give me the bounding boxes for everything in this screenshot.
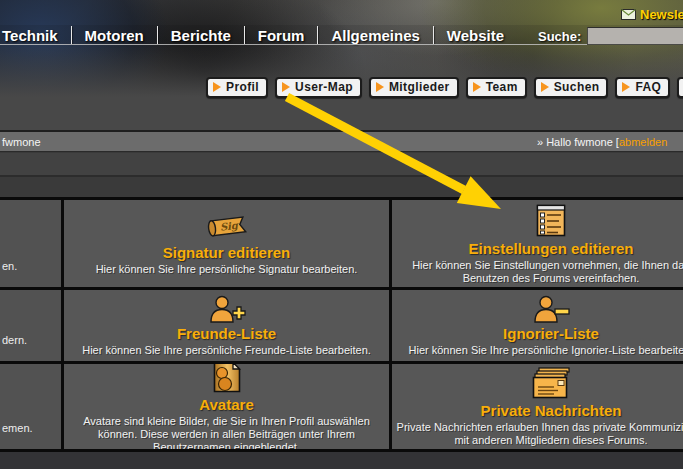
cell-title[interactable]: Avatare	[199, 396, 253, 413]
breadcrumb-user-text: fwmone	[2, 136, 41, 148]
nav-item-forum[interactable]: Forum	[245, 27, 318, 44]
user-status-bar: fwmone » Hallo fwmone [abmelden	[0, 130, 683, 152]
ignorier-liste-cell[interactable]: Ignorier-Liste Hier können Sie Ihre pers…	[392, 290, 683, 361]
forum-control-panel-page: Newsletter Technik Motoren Berichte Foru…	[0, 0, 683, 469]
control-panel-grid: en. Sig Signatur editieren Hier können S…	[0, 197, 683, 452]
mitglieder-button[interactable]: Mitglieder	[369, 77, 459, 98]
button-label: FAQ	[635, 80, 661, 94]
quicklink-toolbar: Profil User-Map Mitglieder Team Suchen F…	[206, 77, 683, 98]
page-bottom-strip	[0, 452, 683, 469]
cell-title[interactable]: Signatur editieren	[163, 244, 291, 261]
cell-description: Hier können Sie Einstellungen vornehmen,…	[396, 259, 683, 285]
spacer-band	[0, 179, 683, 197]
cell-description: Hier können Sie Ihre persönliche Freunde…	[82, 344, 371, 357]
nav-item-technik[interactable]: Technik	[0, 27, 71, 44]
avatar-icon	[212, 364, 242, 394]
greeting-text: » Hallo fwmone [abmelden	[537, 136, 667, 148]
play-triangle-icon	[376, 82, 384, 92]
team-button[interactable]: Team	[466, 77, 527, 98]
button-label: Profil	[226, 80, 259, 94]
greeting-prefix: » Hallo fwmone [	[537, 136, 619, 148]
envelope-icon	[621, 9, 636, 20]
logout-link[interactable]: abmelden	[619, 136, 667, 148]
spacer-band	[0, 153, 683, 177]
cell-description: Hier können Sie Ihre persönliche Signatu…	[96, 263, 358, 276]
signatur-editieren-cell[interactable]: Sig Signatur editieren Hier können Sie I…	[64, 200, 389, 287]
cell-description: Private Nachrichten erlauben Ihnen das p…	[396, 421, 683, 447]
search-input[interactable]	[587, 27, 683, 45]
nav-item-website[interactable]: Website	[434, 27, 517, 44]
play-triangle-icon	[622, 82, 630, 92]
avatare-cell[interactable]: Avatare Avatare sind kleine Bilder, die …	[64, 364, 389, 449]
cell-description: Avatare sind kleine Bilder, die Sie in I…	[68, 415, 385, 450]
cell-title[interactable]: Einstellungen editieren	[468, 240, 633, 257]
search-group: Suche:	[538, 27, 683, 45]
button-label: Team	[486, 80, 518, 94]
clipped-text-fragment: emen.	[2, 422, 33, 434]
settings-icon	[535, 202, 567, 238]
newsletter-label: Newsletter	[640, 7, 683, 22]
play-triangle-icon	[541, 82, 549, 92]
suchen-button[interactable]: Suchen	[534, 77, 609, 98]
nav-item-motoren[interactable]: Motoren	[72, 27, 157, 44]
search-label: Suche:	[538, 29, 581, 44]
newsletter-link[interactable]: Newsletter	[621, 7, 683, 22]
freunde-liste-cell[interactable]: Freunde-Liste Hier können Sie Ihre persö…	[64, 290, 389, 361]
clipped-text-fragment: dern.	[2, 334, 27, 346]
cell-description: Hier können Sie Ihre persönliche Ignorie…	[409, 344, 683, 357]
cell-title[interactable]: Freunde-Liste	[177, 325, 276, 342]
clipped-left-cell: dern.	[0, 290, 61, 361]
play-triangle-icon	[473, 82, 481, 92]
button-label: User-Map	[295, 80, 353, 94]
signature-icon: Sig	[204, 212, 250, 242]
pm-icon	[528, 366, 574, 400]
private-nachrichten-cell[interactable]: Private Nachrichten Private Nachrichten …	[392, 364, 683, 449]
user-map-button[interactable]: User-Map	[275, 77, 362, 98]
einstellungen-editieren-cell[interactable]: Einstellungen editieren Hier können Sie …	[392, 200, 683, 287]
cell-title[interactable]: Ignorier-Liste	[503, 325, 599, 342]
nav-item-allgemeines[interactable]: Allgemeines	[318, 27, 432, 44]
clipped-text-fragment: en.	[2, 260, 17, 272]
startseite-button[interactable]: Startseite	[677, 77, 683, 98]
profil-button[interactable]: Profil	[206, 77, 268, 98]
ignore-icon	[532, 295, 570, 323]
play-triangle-icon	[213, 82, 221, 92]
header-photo-banner: Newsletter Technik Motoren Berichte Foru…	[0, 0, 683, 100]
button-label: Suchen	[554, 80, 600, 94]
clipped-left-cell: en.	[0, 200, 61, 287]
button-label: Mitglieder	[389, 80, 450, 94]
play-triangle-icon	[282, 82, 290, 92]
spacer-band	[0, 100, 683, 130]
friends-icon	[208, 295, 246, 323]
cell-title[interactable]: Private Nachrichten	[481, 402, 622, 419]
faq-button[interactable]: FAQ	[615, 77, 670, 98]
clipped-left-cell: emen.	[0, 364, 61, 449]
nav-item-berichte[interactable]: Berichte	[158, 27, 244, 44]
